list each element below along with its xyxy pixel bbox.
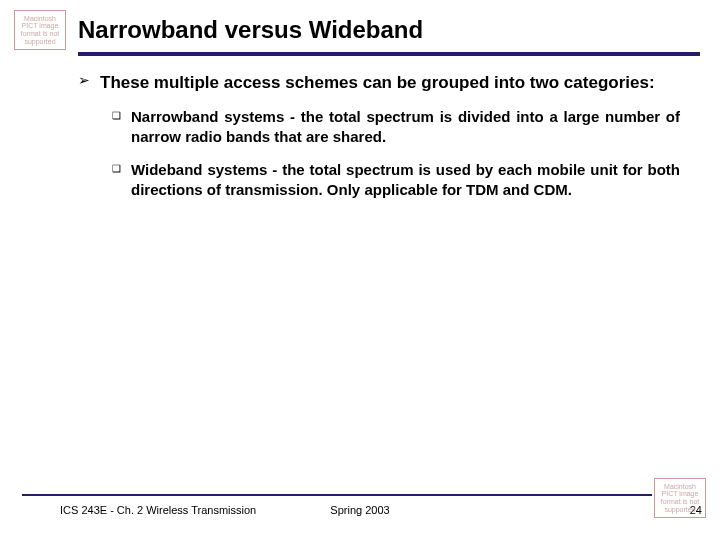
title-underline xyxy=(78,52,700,56)
square-icon: ❑ xyxy=(112,160,121,199)
footer-center: Spring 2003 xyxy=(0,504,720,516)
slide: Macintosh PICT image format is not suppo… xyxy=(0,0,720,540)
content-area: ➢ These multiple access schemes can be g… xyxy=(78,72,680,213)
footer-line xyxy=(22,494,652,496)
level2-text: Narrowband systems - the total spectrum … xyxy=(131,107,680,146)
square-icon: ❑ xyxy=(112,107,121,146)
bullet-level2: ❑ Narrowband systems - the total spectru… xyxy=(112,107,680,146)
level1-text: These multiple access schemes can be gro… xyxy=(100,72,655,93)
chevron-right-icon: ➢ xyxy=(78,72,90,93)
pict-error-bottom: Macintosh PICT image format is not suppo… xyxy=(654,478,706,518)
bullet-level2: ❑ Wideband systems - the total spectrum … xyxy=(112,160,680,199)
slide-title: Narrowband versus Wideband xyxy=(78,16,423,44)
level2-text: Wideband systems - the total spectrum is… xyxy=(131,160,680,199)
bullet-level1: ➢ These multiple access schemes can be g… xyxy=(78,72,680,93)
pict-error-top: Macintosh PICT image format is not suppo… xyxy=(14,10,66,50)
